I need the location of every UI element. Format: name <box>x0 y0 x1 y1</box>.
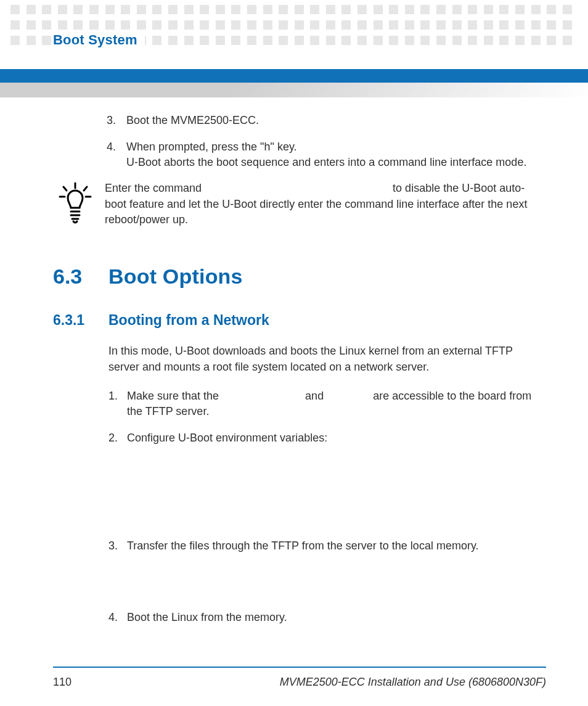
document-page: Boot System 3. Boot the MVME2500-ECC. 4.… <box>0 5 588 706</box>
step-text: Boot the Linux from the memory. <box>127 611 287 623</box>
step-number: 2. <box>108 430 118 446</box>
step-text-line1: When prompted, press the "h" key. <box>126 141 297 153</box>
page-number: 110 <box>53 676 71 689</box>
page-title: Boot System <box>53 32 137 48</box>
step-text: Transfer the files through the TFTP from… <box>127 540 479 552</box>
section-heading: 6.3 Boot Options <box>53 265 546 289</box>
step-text-mid: and <box>305 390 327 402</box>
tip-text: Enter the command to disable the U-Boot … <box>97 181 546 228</box>
step-number: 3. <box>107 113 116 128</box>
dot-row <box>0 5 588 14</box>
intro-paragraph: In this mode, U-Boot downloads and boots… <box>108 343 546 374</box>
section-title: Boot Options <box>108 265 243 289</box>
dot-row <box>0 20 588 30</box>
subsection-number: 6.3.1 <box>53 312 108 329</box>
step-text-pre: Make sure that the <box>127 390 222 402</box>
step-item-4: 4. When prompted, press the "h" key. U-B… <box>107 139 546 170</box>
document-reference: MVME2500-ECC Installation and Use (68068… <box>280 676 546 689</box>
step-text-line2: U-Boot aborts the boot sequence and ente… <box>126 156 526 168</box>
subsection-title: Booting from a Network <box>108 312 269 329</box>
lightbulb-icon <box>53 181 97 228</box>
footer: 110 MVME2500-ECC Installation and Use (6… <box>53 676 546 689</box>
net-step-1: 1. Make sure that the and are accessible… <box>108 388 546 419</box>
step-number: 4. <box>107 139 116 155</box>
svg-line-1 <box>63 187 67 191</box>
step-number: 1. <box>108 388 118 404</box>
step-number: 3. <box>108 538 118 554</box>
step-text: Configure U-Boot environment variables: <box>127 432 327 444</box>
page-title-wrap: Boot System <box>53 32 145 52</box>
step-text: Boot the MVME2500-ECC. <box>126 114 259 126</box>
svg-line-2 <box>84 187 87 191</box>
section-number: 6.3 <box>53 265 108 289</box>
net-step-2: 2. Configure U-Boot environment variable… <box>108 430 546 446</box>
tip-block: Enter the command to disable the U-Boot … <box>53 181 546 228</box>
net-step-4: 4. Boot the Linux from the memory. <box>108 610 546 625</box>
step-item-3: 3. Boot the MVME2500-ECC. <box>107 113 546 128</box>
top-step-list: 3. Boot the MVME2500-ECC. 4. When prompt… <box>107 113 546 170</box>
footer-rule <box>53 667 546 668</box>
header-gray-fade <box>0 83 588 97</box>
network-step-list: 1. Make sure that the and are accessible… <box>108 388 546 625</box>
content-area: 3. Boot the MVME2500-ECC. 4. When prompt… <box>53 113 546 625</box>
subsection-heading: 6.3.1 Booting from a Network <box>53 312 546 329</box>
header-blue-bar <box>0 69 588 83</box>
step-number: 4. <box>108 610 118 625</box>
net-step-3: 3. Transfer the files through the TFTP f… <box>108 538 546 554</box>
tip-text-pre: Enter the command <box>105 182 205 194</box>
